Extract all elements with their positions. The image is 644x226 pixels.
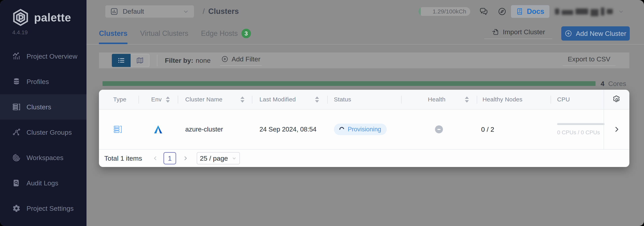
page-size-value: 25 / page [200, 154, 228, 162]
docs-book-icon [516, 8, 524, 15]
usage-meter: 1.29/100kCh [418, 7, 470, 16]
sort-icon[interactable] [315, 96, 319, 103]
project-overview-icon [12, 52, 20, 60]
page-size-selector[interactable]: 25 / page [197, 152, 240, 164]
column-label: Health [428, 96, 446, 103]
plus-circle-icon [565, 30, 572, 37]
user-menu[interactable] [555, 7, 613, 16]
filter-toolbar: Filter by: none Add Filter Export to CSV [99, 53, 629, 68]
palette-logo-icon [12, 8, 30, 27]
status-badge: Provisioning [334, 124, 387, 135]
cpu-usage: 0 CPUs / 0 CPUs [557, 123, 604, 136]
sidebar-nav: Project Overview Profiles Cluste [0, 44, 86, 221]
clusters-table: Type Env Cluster Name Last Modified [99, 90, 629, 167]
sidebar-item-project-settings[interactable]: Project Settings [0, 196, 86, 221]
tab-virtual-clusters[interactable]: Virtual Clusters [140, 23, 188, 44]
project-settings-icon [12, 204, 20, 212]
column-header-cluster-name[interactable]: Cluster Name [178, 90, 252, 109]
status-label: Provisioning [348, 126, 381, 133]
cell-cluster-name[interactable]: azure-cluster [178, 110, 252, 149]
column-header-env[interactable]: Env [138, 90, 178, 109]
capacity-usage-bar [102, 81, 596, 86]
profiles-icon [12, 77, 20, 86]
sidebar-item-cluster-groups[interactable]: Cluster Groups [0, 120, 86, 145]
cluster-groups-icon [12, 128, 20, 136]
view-toggle [112, 54, 150, 67]
cell-env [138, 110, 178, 149]
capacity-label: 4 Cores [601, 80, 626, 88]
cell-healthy-nodes: 0 / 2 [477, 110, 550, 149]
map-view-icon [136, 57, 144, 64]
add-filter-button[interactable]: Add Filter [220, 55, 262, 66]
breadcrumb: / Clusters [203, 7, 239, 16]
column-header-healthy-nodes: Healthy Nodes [477, 90, 550, 109]
table-settings-gear-icon[interactable] [612, 95, 621, 104]
sort-icon[interactable] [465, 96, 469, 103]
column-header-settings [604, 90, 629, 109]
next-page-icon[interactable] [182, 155, 188, 161]
compass-icon[interactable] [498, 7, 507, 16]
chat-icon[interactable] [479, 7, 488, 16]
user-menu-chevron-icon[interactable] [618, 8, 624, 15]
sidebar-item-workspaces[interactable]: Workspaces [0, 145, 86, 170]
plus-circle-icon [221, 56, 228, 63]
page-number-button[interactable]: 1 [164, 152, 176, 164]
tab-label: Virtual Clusters [140, 29, 188, 38]
capacity-unit: Cores [608, 80, 626, 87]
sidebar-item-project-overview[interactable]: Project Overview [0, 44, 86, 69]
sidebar-item-label: Audit Logs [26, 179, 58, 187]
chevron-down-icon [232, 156, 237, 161]
sidebar-item-clusters[interactable]: Clusters [0, 94, 86, 120]
cell-type [99, 110, 138, 149]
app-window: palette 4.4.19 Project Overview Profiles [0, 0, 644, 226]
sidebar-item-audit-logs[interactable]: Audit Logs [0, 170, 86, 196]
chevron-right-icon[interactable] [613, 126, 620, 133]
filter-by-label: Filter by: [165, 57, 193, 64]
usage-meter-fill [418, 7, 421, 16]
health-unknown-icon [435, 125, 443, 133]
column-label: Last Modified [260, 96, 296, 103]
brand-name: palette [34, 11, 71, 24]
sidebar-item-label: Cluster Groups [26, 129, 72, 136]
column-label: Type [113, 96, 126, 103]
column-label: Cluster Name [185, 96, 222, 103]
sort-icon[interactable] [166, 96, 170, 103]
cell-cpu: 0 CPUs / 0 CPUs [550, 110, 604, 149]
breadcrumb-separator: / [203, 7, 205, 16]
export-to-csv-button[interactable]: Export to CSV [563, 55, 616, 66]
app-version: 4.4.19 [12, 29, 86, 36]
last-modified: 24 Sep 2024, 08:54 [260, 126, 316, 133]
tab-edge-hosts[interactable]: Edge Hosts 3 [201, 23, 251, 44]
project-scope-icon [110, 7, 118, 16]
main-area: Default / Clusters 1.29/100kCh [86, 0, 644, 226]
toolbar-divider [157, 55, 157, 66]
column-label: Status [334, 96, 351, 103]
cell-status: Provisioning [327, 110, 401, 149]
project-selector[interactable]: Default [105, 5, 194, 18]
tabs-spacer [251, 23, 484, 44]
sidebar-item-label: Workspaces [26, 154, 63, 162]
table-row[interactable]: azure-cluster 24 Sep 2024, 08:54 Provisi… [99, 110, 629, 149]
column-header-health[interactable]: Health [401, 90, 477, 109]
filter-by-value: none [196, 57, 211, 64]
sort-icon[interactable] [240, 96, 244, 103]
previous-page-icon[interactable] [152, 155, 158, 161]
tab-clusters[interactable]: Clusters [99, 23, 128, 44]
add-filter-label: Add Filter [232, 55, 260, 63]
column-header-last-modified[interactable]: Last Modified [252, 90, 327, 109]
tab-label: Clusters [99, 29, 128, 38]
capacity-row: 4 Cores [99, 81, 629, 86]
list-view-button[interactable] [112, 54, 130, 67]
map-view-button[interactable] [130, 54, 150, 67]
pagination-total: Total 1 items [104, 154, 142, 162]
cell-health [401, 110, 477, 149]
cluster-name[interactable]: azure-cluster [185, 126, 223, 133]
sidebar-item-profiles[interactable]: Profiles [0, 69, 86, 94]
table-header-row: Type Env Cluster Name Last Modified [99, 90, 629, 110]
sidebar-item-label: Profiles [26, 78, 49, 86]
docs-button[interactable]: Docs [511, 5, 550, 18]
import-cluster-button[interactable]: Import Cluster [484, 28, 552, 39]
add-new-cluster-button[interactable]: Add New Cluster [561, 26, 630, 41]
sidebar: palette 4.4.19 Project Overview Profiles [0, 0, 86, 226]
spinner-icon [338, 126, 345, 132]
